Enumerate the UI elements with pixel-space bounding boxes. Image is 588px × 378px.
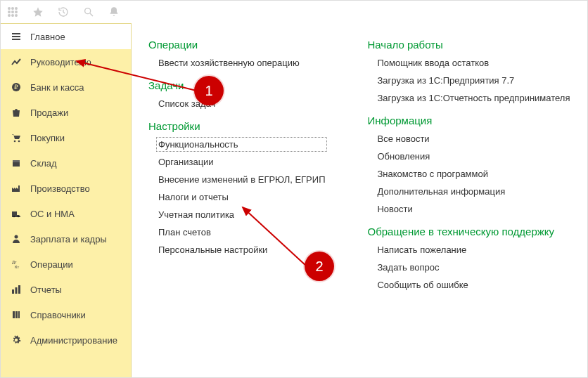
link-right-0-2[interactable]: Загрузка из 1С:Отчетность предпринимател…: [377, 93, 570, 103]
dtkt-icon: ДтКт: [11, 259, 22, 270]
sidebar-item-label: Отчеты: [30, 285, 62, 295]
link-list: Список задач: [158, 98, 325, 109]
svg-text:₽: ₽: [14, 84, 18, 91]
group-title-right-1[interactable]: Информация: [367, 115, 570, 126]
svg-line-10: [90, 13, 93, 16]
link-right-2-0[interactable]: Написать пожелание: [377, 245, 570, 255]
link-list: Ввести хозяйственную операцию: [158, 58, 325, 68]
link-right-0-1[interactable]: Загрузка из 1С:Предприятия 7.7: [377, 75, 570, 86]
svg-point-8: [15, 14, 18, 17]
apps-icon[interactable]: [6, 6, 19, 18]
sidebar-item-1[interactable]: Руководителю: [1, 49, 131, 74]
sidebar-item-label: Производство: [30, 183, 90, 194]
bell-icon[interactable]: [108, 6, 120, 18]
link-right-1-3[interactable]: Дополнительная информация: [377, 186, 570, 197]
cart-icon: [11, 132, 22, 143]
link-right-1-0[interactable]: Все новости: [377, 133, 570, 144]
svg-point-19: [15, 235, 18, 239]
menu-icon: [11, 31, 22, 42]
sidebar-item-3[interactable]: Продажи: [1, 100, 131, 125]
sidebar-item-7[interactable]: ОС и НМА: [1, 201, 131, 226]
link-list: ФункциональностьОрганизацииВнесение изме…: [158, 139, 325, 255]
sidebar-item-0[interactable]: Главное: [1, 24, 131, 49]
sidebar-item-12[interactable]: Администрирование: [1, 327, 131, 353]
sidebar-item-label: Продажи: [30, 107, 68, 118]
gear-icon: [11, 334, 22, 346]
link-left-2-6[interactable]: Персональные настройки: [158, 245, 325, 255]
link-left-2-2[interactable]: Внесение изменений в ЕГРЮЛ, ЕГРИП: [158, 174, 325, 185]
sidebar-item-5[interactable]: Склад: [1, 150, 131, 176]
group-title-right-2[interactable]: Обращение в техническую поддержку: [367, 226, 570, 237]
group-title-right-0[interactable]: Начало работы: [367, 39, 570, 51]
link-right-0-0[interactable]: Помощник ввода остатков: [377, 58, 570, 68]
star-icon[interactable]: [32, 6, 44, 18]
svg-point-13: [14, 141, 16, 143]
search-icon[interactable]: [82, 6, 95, 18]
link-right-1-4[interactable]: Новости: [377, 204, 570, 214]
factory-icon: [11, 183, 22, 194]
sidebar-item-label: Операции: [30, 259, 73, 270]
svg-point-3: [8, 11, 11, 13]
svg-point-14: [18, 141, 20, 143]
group-title-left-1[interactable]: Задачи: [148, 79, 325, 91]
svg-text:Кт: Кт: [15, 265, 19, 269]
svg-point-2: [15, 7, 18, 10]
link-left-0-0[interactable]: Ввести хозяйственную операцию: [158, 58, 325, 68]
svg-rect-26: [15, 311, 18, 318]
sidebar-item-label: Склад: [30, 158, 57, 169]
svg-point-6: [8, 14, 11, 17]
svg-rect-27: [18, 311, 20, 318]
svg-rect-23: [15, 287, 18, 294]
link-list: Все новостиОбновленияЗнакомство с програ…: [377, 133, 570, 214]
sidebar-item-label: Банк и касса: [30, 82, 84, 93]
box-icon: [11, 157, 22, 169]
svg-point-4: [11, 11, 14, 13]
link-right-2-1[interactable]: Задать вопрос: [377, 262, 570, 273]
sidebar-item-8[interactable]: Зарплата и кадры: [1, 226, 131, 252]
sidebar-item-4[interactable]: Покупки: [1, 125, 131, 150]
sidebar-item-11[interactable]: Справочники: [1, 302, 131, 327]
link-right-2-2[interactable]: Сообщить об ошибке: [377, 280, 570, 290]
svg-point-0: [8, 7, 11, 10]
sidebar-item-6[interactable]: Производство: [1, 176, 131, 201]
svg-point-7: [11, 14, 14, 17]
sidebar-item-label: Руководителю: [30, 57, 91, 67]
link-left-2-5[interactable]: План счетов: [158, 227, 325, 237]
group-title-left-0[interactable]: Операции: [148, 39, 325, 51]
link-left-2-0[interactable]: Функциональность: [158, 139, 325, 150]
content-area: ОперацииВвести хозяйственную операциюЗад…: [132, 23, 587, 377]
link-left-2-1[interactable]: Организации: [158, 157, 325, 167]
svg-rect-25: [13, 311, 15, 318]
sidebar-item-2[interactable]: ₽Банк и касса: [1, 74, 131, 100]
bag-icon: [11, 107, 22, 118]
trend-icon: [11, 56, 22, 67]
link-list: Написать пожеланиеЗадать вопросСообщить …: [377, 245, 570, 290]
sidebar-item-label: Администрирование: [30, 335, 117, 346]
svg-rect-16: [13, 160, 20, 162]
link-list: Помощник ввода остатковЗагрузка из 1С:Пр…: [377, 58, 570, 103]
svg-point-5: [15, 11, 18, 13]
svg-point-17: [13, 216, 15, 218]
svg-point-18: [18, 216, 20, 218]
link-left-2-3[interactable]: Налоги и отчеты: [158, 192, 325, 202]
svg-rect-22: [12, 289, 14, 294]
svg-point-9: [85, 8, 91, 14]
link-right-1-2[interactable]: Знакомство с программой: [377, 169, 570, 179]
sidebar-item-9[interactable]: ДтКтОперации: [1, 252, 131, 277]
top-toolbar: [1, 1, 587, 23]
history-icon[interactable]: [57, 6, 70, 18]
link-right-1-1[interactable]: Обновления: [377, 151, 570, 162]
group-title-left-2[interactable]: Настройки: [148, 120, 325, 132]
link-left-1-0[interactable]: Список задач: [158, 98, 325, 109]
sidebar-item-10[interactable]: Отчеты: [1, 277, 131, 302]
sidebar-item-label: Справочники: [30, 310, 86, 320]
sidebar: ГлавноеРуководителю₽Банк и кассаПродажиП…: [1, 23, 132, 377]
sidebar-item-label: Главное: [30, 32, 65, 42]
person-icon: [11, 233, 22, 245]
svg-rect-24: [18, 285, 20, 294]
svg-point-1: [11, 7, 14, 10]
link-left-2-4[interactable]: Учетная политика: [158, 209, 325, 220]
truck-icon: [11, 208, 22, 219]
sidebar-item-label: Зарплата и кадры: [30, 234, 107, 245]
bars-icon: [11, 284, 22, 295]
